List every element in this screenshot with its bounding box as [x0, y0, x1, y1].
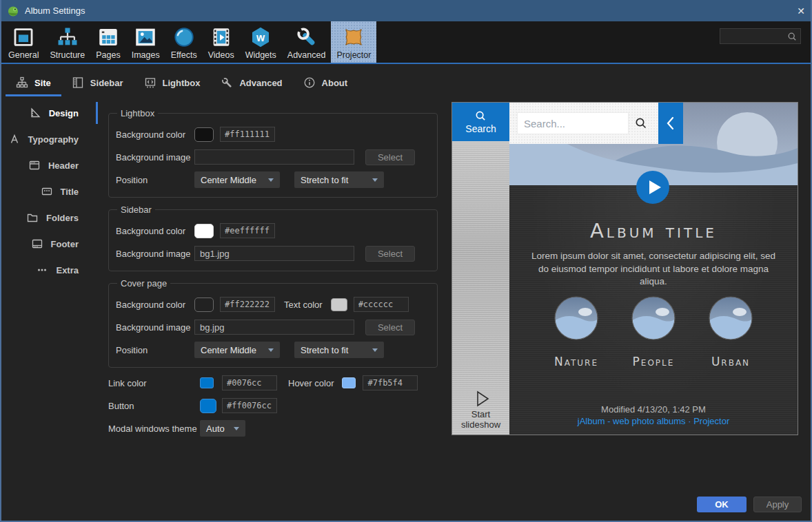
- link-color-swatch[interactable]: [200, 377, 214, 388]
- cover-bg-color-input[interactable]: [220, 297, 275, 312]
- cover-bg-image-input[interactable]: [194, 320, 354, 335]
- search-icon[interactable]: [634, 116, 648, 130]
- main-toolbar: General Structure Pages Images Effects: [0, 21, 812, 64]
- nav-item-folders[interactable]: Folders: [0, 205, 98, 231]
- nav-item-design[interactable]: Design: [0, 100, 98, 126]
- subtab-site[interactable]: Site: [6, 65, 61, 100]
- toolbar-search-input[interactable]: [724, 31, 786, 42]
- play-outline-icon: [471, 390, 491, 408]
- footer-icon: [31, 238, 43, 250]
- sidebar-panel-icon: [72, 76, 84, 89]
- lightbox-bg-color-input[interactable]: [220, 127, 275, 142]
- folder-thumb-people[interactable]: People: [631, 296, 676, 368]
- preview-searchbar: [509, 103, 658, 144]
- toolbar-tab-pages[interactable]: Pages: [90, 21, 125, 63]
- modified-date: Modified 4/13/20, 1:42 PM: [509, 404, 798, 415]
- modal-theme-dropdown[interactable]: Auto: [200, 420, 245, 437]
- lightbox-bg-color-swatch[interactable]: [194, 127, 214, 142]
- jalbum-link[interactable]: jAlbum - web photo albums: [578, 416, 686, 426]
- nav-item-extra[interactable]: Extra: [0, 257, 98, 283]
- folder-image: [554, 296, 598, 340]
- chevron-down-icon: [268, 348, 274, 355]
- start-slideshow-button[interactable]: Start slideshow: [452, 390, 509, 430]
- lightbox-legend: Lightbox: [121, 108, 154, 118]
- toolbar-tab-projector[interactable]: Projector: [331, 21, 376, 63]
- link-color-input[interactable]: [222, 375, 277, 390]
- cover-page-section: Cover page Background color Text color B…: [108, 278, 438, 368]
- folder-image: [709, 296, 753, 340]
- hover-color-swatch[interactable]: [342, 377, 356, 388]
- album-title: Album title: [509, 219, 798, 242]
- search-icon: [475, 110, 487, 122]
- toolbar-tab-general[interactable]: General: [3, 21, 44, 63]
- cover-fit-dropdown[interactable]: Stretch to fit: [294, 342, 384, 358]
- collapse-sidebar-button[interactable]: [658, 103, 683, 144]
- album-settings-window: Album Settings ✕ General Structure Pages: [0, 0, 812, 522]
- videos-icon: [210, 25, 233, 49]
- sidebar-background-color-row: Background color: [116, 222, 430, 239]
- button-color-swatch[interactable]: [200, 399, 216, 413]
- projector-icon: [342, 25, 365, 49]
- apply-button[interactable]: Apply: [753, 497, 802, 512]
- cover-text-color-swatch[interactable]: [331, 298, 347, 311]
- nav-item-footer[interactable]: Footer: [0, 231, 98, 257]
- sidebar-select-button[interactable]: Select: [365, 246, 415, 262]
- sidebar-bg-color-input[interactable]: [220, 223, 275, 238]
- toolbar-tab-advanced[interactable]: Advanced: [282, 21, 332, 63]
- lightbox-fit-dropdown[interactable]: Stretch to fit: [294, 171, 384, 188]
- album-preview: Search Start slideshow: [451, 102, 798, 435]
- projector-subtabs: Site Sidebar Lightbox Advanced About: [0, 65, 812, 100]
- hover-color-input[interactable]: [363, 375, 418, 390]
- folder-thumb-nature[interactable]: Nature: [554, 296, 598, 368]
- images-icon: [134, 25, 157, 49]
- sidebar-bg-color-swatch[interactable]: [194, 224, 214, 238]
- lightbox-select-button[interactable]: Select: [365, 149, 415, 165]
- close-icon[interactable]: ✕: [784, 6, 805, 17]
- cover-text-color-input[interactable]: [354, 297, 409, 312]
- nav-item-header[interactable]: Header: [0, 152, 98, 178]
- link-separator: ·: [688, 416, 691, 426]
- lightbox-position-row: Position Center Middle Stretch to fit: [116, 171, 430, 188]
- projector-skin-link[interactable]: Projector: [693, 416, 729, 426]
- play-button[interactable]: [636, 171, 669, 204]
- nav-item-title[interactable]: Title: [0, 178, 98, 205]
- toolbar-search-box: [720, 28, 801, 44]
- album-description: Lorem ipsum dolor sit amet, consectetur …: [509, 250, 798, 289]
- chevron-left-icon: [665, 115, 676, 132]
- cover-position-row: Position Center Middle Stretch to fit: [116, 342, 430, 358]
- nav-item-typography[interactable]: Typography: [0, 126, 98, 152]
- toolbar-tab-videos[interactable]: Videos: [203, 21, 240, 63]
- folder-thumb-urban[interactable]: Urban: [709, 296, 753, 368]
- ok-button[interactable]: OK: [697, 497, 747, 512]
- toolbar-tab-effects[interactable]: Effects: [165, 21, 203, 63]
- pages-icon: [97, 25, 120, 49]
- sidebar-bg-image-input[interactable]: [194, 246, 354, 261]
- subtab-about[interactable]: About: [293, 65, 358, 100]
- subtab-advanced[interactable]: Advanced: [210, 65, 292, 100]
- toolbar-tab-widgets[interactable]: w Widgets: [240, 21, 282, 63]
- header-icon: [28, 159, 41, 171]
- preview-search-button[interactable]: Search: [452, 103, 509, 141]
- subtab-lightbox[interactable]: Lightbox: [134, 65, 211, 100]
- folder-image: [631, 296, 676, 340]
- widgets-icon: w: [249, 25, 272, 49]
- cover-bg-color-swatch[interactable]: [194, 297, 214, 312]
- cover-position-dropdown[interactable]: Center Middle: [194, 342, 280, 358]
- lightbox-bg-image-input[interactable]: [194, 149, 354, 165]
- lightbox-position-dropdown[interactable]: Center Middle: [194, 171, 280, 188]
- sidebar-section: Sidebar Background color Background imag…: [108, 205, 438, 271]
- cover-select-button[interactable]: Select: [365, 320, 415, 335]
- lightbox-background-image-row: Background image Select: [116, 149, 430, 165]
- button-color-input[interactable]: [222, 398, 277, 413]
- lightbox-section: Lightbox Background color Background ima…: [108, 108, 438, 198]
- structure-icon: [56, 25, 79, 49]
- site-icon: [16, 76, 28, 89]
- toolbar-tab-images[interactable]: Images: [126, 21, 165, 63]
- preview-search-input[interactable]: [517, 112, 629, 134]
- chevron-down-icon: [234, 427, 239, 433]
- svg-text:w: w: [256, 31, 265, 43]
- subtab-sidebar[interactable]: Sidebar: [61, 65, 134, 100]
- chevron-down-icon: [268, 178, 274, 185]
- toolbar-tab-structure[interactable]: Structure: [44, 21, 90, 63]
- design-nav: Design Typography Header Title Folders: [0, 100, 98, 283]
